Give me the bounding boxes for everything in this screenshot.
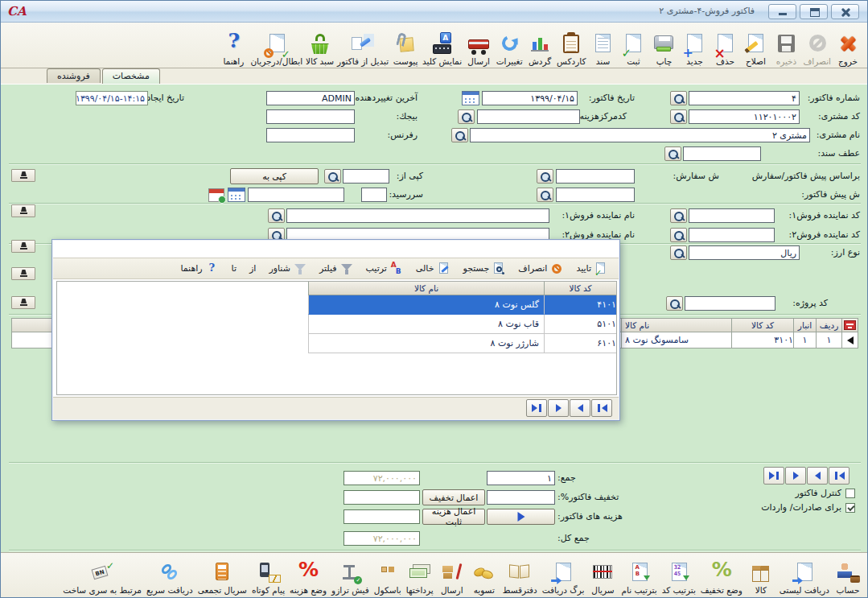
popup-col-header-name[interactable]: نام کالا <box>308 282 544 295</box>
doc-ref-search-button[interactable] <box>664 146 681 161</box>
agent1-name-field[interactable] <box>286 208 549 223</box>
datetime-picker-icon[interactable] <box>208 188 224 202</box>
popup-sort-button[interactable]: ترتیب <box>360 261 409 277</box>
customer-code-search-button[interactable] <box>670 109 687 124</box>
maximize-button[interactable] <box>800 4 828 19</box>
invoice-expenses-expand-button[interactable] <box>487 509 555 525</box>
popup-cell-code[interactable]: ۶۱۰۱ <box>544 334 616 353</box>
popup-confirm-button[interactable]: تایید <box>570 261 614 277</box>
popup-grid-row-selected[interactable]: ۴۱۰۱ گلس نوت ۸ <box>308 295 616 315</box>
customer-code-field[interactable]: ۱۱۲۰۱۰۰۰۲ <box>689 109 800 124</box>
toolbar-save-button[interactable]: ذخیره <box>771 26 801 66</box>
popup-cell-name[interactable]: شارژر نوت ۸ <box>308 334 544 353</box>
agent1-name-search-button[interactable] <box>268 208 285 223</box>
cell-row-no[interactable]: ۱ <box>816 332 841 348</box>
order-no-field[interactable] <box>556 169 635 184</box>
toolbar-kardex-button[interactable]: کاردکس <box>555 26 587 66</box>
agent2-code-field[interactable] <box>689 228 775 242</box>
previous-record-button[interactable] <box>807 467 828 485</box>
popup-cell-code[interactable]: ۵۱۰۱ <box>544 315 616 334</box>
popup-to-button[interactable]: تا <box>225 262 243 275</box>
toolbar-post-button[interactable]: ثبت <box>618 26 648 66</box>
bottom-sort-by-name-button[interactable]: بترتیب نام <box>619 555 659 595</box>
pin-button[interactable] <box>11 240 35 253</box>
popup-cell-name[interactable]: قاب نوت ۸ <box>308 315 544 334</box>
bijak-field[interactable] <box>266 109 355 124</box>
bottom-quick-receive-button[interactable]: دریافت سریع <box>144 555 195 595</box>
bottom-dispatch-button[interactable]: ارسال <box>436 555 468 595</box>
tab-seller[interactable]: فروشنده <box>47 68 101 83</box>
pin-button[interactable] <box>11 296 35 309</box>
invoice-no-field[interactable]: ۴ <box>689 91 800 105</box>
bottom-account-button[interactable]: حساب <box>832 555 864 595</box>
invoice-discount-field[interactable] <box>487 490 555 505</box>
apply-fixed-expense-button[interactable]: اعمال هزینه ثابت <box>422 509 485 525</box>
toolbar-show-keys-button[interactable]: نمایش کلید <box>421 26 463 66</box>
pin-button[interactable] <box>11 267 35 280</box>
popup-help-button[interactable]: راهنما <box>174 261 224 277</box>
customer-name-field[interactable]: مشتری ۲ <box>470 128 810 142</box>
toolbar-cancel-button[interactable]: انصراف <box>801 26 833 66</box>
toolbar-turnover-button[interactable]: گردش <box>525 26 555 66</box>
popup-filter-button[interactable]: فیلتر <box>313 261 360 277</box>
bottom-installment-book-button[interactable]: دفترقسط <box>500 555 540 595</box>
popup-cell-name[interactable]: گلس نوت ۸ <box>308 295 544 315</box>
first-record-button[interactable] <box>829 467 849 485</box>
currency-search-button[interactable] <box>670 245 687 260</box>
due-date-calendar-button[interactable] <box>228 188 245 202</box>
project-code-search-button[interactable] <box>666 296 683 311</box>
copy-from-search-button[interactable] <box>324 169 341 184</box>
toolbar-print-button[interactable]: چاپ <box>648 26 679 66</box>
doc-ref-field[interactable] <box>683 146 761 161</box>
currency-field[interactable]: ریال <box>689 245 800 260</box>
toolbar-help-button[interactable]: راهنما <box>218 26 249 66</box>
invoice-control-checkbox[interactable] <box>845 489 855 498</box>
col-header-item-name[interactable]: نام کالا <box>621 318 731 332</box>
apply-discount-button[interactable]: اعمال تخفیف <box>422 489 485 505</box>
order-no-search-button[interactable] <box>537 169 553 184</box>
invoice-date-calendar-button[interactable] <box>462 91 479 105</box>
col-header-item-code[interactable]: کد کالا <box>731 318 793 332</box>
popup-search-button[interactable]: جستجو <box>457 261 512 277</box>
popup-previous-record-button[interactable] <box>570 399 590 417</box>
pin-button[interactable] <box>11 204 35 217</box>
proforma-no-field[interactable] <box>556 188 635 202</box>
reference-field[interactable] <box>266 128 355 142</box>
bottom-settlement-button[interactable]: تسویه <box>468 555 500 595</box>
cell-item-code[interactable]: ۳۱۰۱ <box>731 332 793 348</box>
toolbar-exit-button[interactable]: خروج <box>833 26 863 66</box>
popup-empty-button[interactable]: خالی <box>409 261 457 277</box>
toolbar-new-button[interactable]: جدید <box>679 26 710 66</box>
toolbar-basket-button[interactable]: سبد کالا <box>304 26 335 66</box>
close-button[interactable] <box>831 4 859 19</box>
bottom-expense-status-button[interactable]: وضع هزینه <box>287 555 329 595</box>
bottom-goods-button[interactable]: کالا <box>745 555 777 595</box>
invoice-no-search-button[interactable] <box>670 91 687 105</box>
popup-float-button[interactable]: شناور <box>262 261 313 277</box>
last-record-button[interactable] <box>763 467 784 485</box>
popup-next-record-button[interactable] <box>548 399 569 417</box>
agent1-code-field[interactable] <box>689 208 775 223</box>
bottom-receive-list-button[interactable]: دریافت لیستی <box>777 555 832 595</box>
toolbar-edit-button[interactable]: اصلاح <box>740 26 771 66</box>
toolbar-voucher-button[interactable]: سند <box>587 26 618 66</box>
customer-name-search-button[interactable] <box>451 128 468 142</box>
popup-from-button[interactable]: از <box>243 262 262 275</box>
items-table-corner-cell[interactable] <box>841 318 858 332</box>
toolbar-delete-button[interactable]: حذف <box>710 26 740 66</box>
bottom-receipt-sheet-button[interactable]: برگ دریافت <box>540 555 587 595</box>
col-header-store[interactable]: انبار <box>793 318 816 332</box>
next-record-button[interactable] <box>785 467 806 485</box>
minimize-button[interactable] <box>768 4 796 19</box>
cost-center-field[interactable] <box>477 109 580 124</box>
toolbar-attachment-button[interactable]: پیوست <box>390 26 421 66</box>
project-code-field[interactable] <box>685 296 775 311</box>
col-header-row[interactable]: ردیف <box>816 318 841 332</box>
invoice-date-field[interactable]: ۱۳۹۹/۰۴/۱۵ <box>482 91 578 105</box>
popup-cancel-button[interactable]: انصراف <box>512 261 570 277</box>
toolbar-changes-button[interactable]: تغییرات <box>494 26 525 66</box>
cost-center-search-button[interactable] <box>458 109 475 124</box>
copy-to-button[interactable]: کپی به <box>230 168 319 184</box>
bottom-sms-button[interactable]: پیام کوتاه <box>249 555 287 595</box>
last-modifier-field[interactable]: ADMIN <box>266 91 355 105</box>
